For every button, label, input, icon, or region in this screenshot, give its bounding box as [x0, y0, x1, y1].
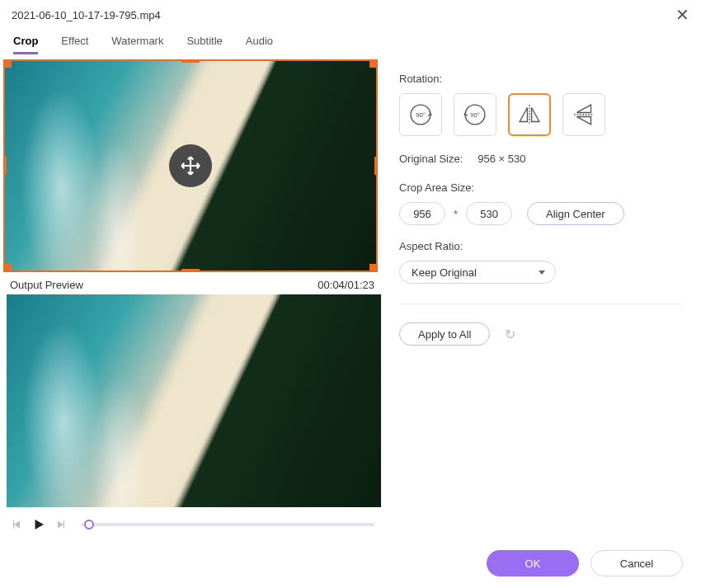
cancel-button[interactable]: Cancel	[590, 550, 683, 576]
flip-vertical-icon[interactable]	[562, 93, 605, 136]
original-size-value: 956 × 530	[478, 153, 525, 165]
crop-canvas[interactable]	[3, 59, 378, 272]
seek-slider[interactable]	[81, 523, 374, 526]
close-icon[interactable]: ✕	[675, 7, 689, 23]
crop-handle-r[interactable]	[374, 157, 378, 175]
crop-handle-tl[interactable]	[3, 59, 12, 68]
align-center-button[interactable]: Align Center	[527, 202, 624, 225]
seek-thumb[interactable]	[84, 520, 94, 529]
flip-horizontal-icon[interactable]	[508, 93, 551, 136]
prev-frame-icon[interactable]	[10, 518, 23, 531]
rotate-ccw-icon[interactable]: 90°	[454, 93, 496, 136]
aspect-ratio-label: Aspect Ratio:	[399, 240, 683, 252]
window-title: 2021-06-10_10-17-19-795.mp4	[12, 9, 161, 21]
settings-panel: Rotation: 90° 90° Original Size: 956 × 5…	[378, 59, 688, 532]
crop-handle-tr[interactable]	[369, 59, 378, 68]
multiply-symbol: *	[454, 208, 458, 220]
aspect-ratio-value: Keep Original	[412, 266, 477, 279]
tab-crop[interactable]: Crop	[13, 35, 38, 54]
time-position: 00:04/01:23	[318, 279, 374, 291]
crop-handle-l[interactable]	[3, 157, 7, 175]
svg-text:90°: 90°	[416, 111, 426, 119]
rotation-label: Rotation:	[399, 73, 683, 85]
crop-handle-b[interactable]	[181, 269, 200, 272]
svg-text:90°: 90°	[470, 111, 480, 119]
aspect-ratio-select[interactable]: Keep Original	[399, 261, 556, 284]
play-icon[interactable]	[31, 517, 46, 532]
next-frame-icon[interactable]	[54, 518, 68, 531]
reset-icon[interactable]: ↻	[505, 327, 515, 342]
tab-audio[interactable]: Audio	[246, 35, 273, 54]
move-icon[interactable]	[169, 144, 212, 187]
crop-handle-bl[interactable]	[3, 264, 12, 272]
apply-to-all-button[interactable]: Apply to All	[399, 322, 490, 346]
rotate-cw-icon[interactable]: 90°	[399, 93, 442, 136]
tab-subtitle[interactable]: Subtitle	[186, 35, 222, 54]
output-preview	[7, 294, 381, 507]
divider	[399, 303, 683, 304]
crop-height-input[interactable]	[466, 202, 512, 225]
playback-controls	[3, 507, 378, 532]
original-size-label: Original Size:	[399, 153, 463, 165]
preview-column: Output Preview 00:04/01:23	[0, 59, 378, 532]
tab-bar: Crop Effect Watermark Subtitle Audio	[0, 26, 701, 54]
crop-handle-br[interactable]	[369, 264, 378, 272]
crop-area-label: Crop Area Size:	[399, 181, 683, 194]
tab-effect[interactable]: Effect	[61, 35, 88, 54]
crop-width-input[interactable]	[399, 202, 445, 225]
output-preview-label: Output Preview	[10, 279, 83, 291]
tab-watermark[interactable]: Watermark	[111, 35, 163, 54]
ok-button[interactable]: OK	[487, 550, 579, 576]
crop-handle-t[interactable]	[181, 59, 200, 63]
